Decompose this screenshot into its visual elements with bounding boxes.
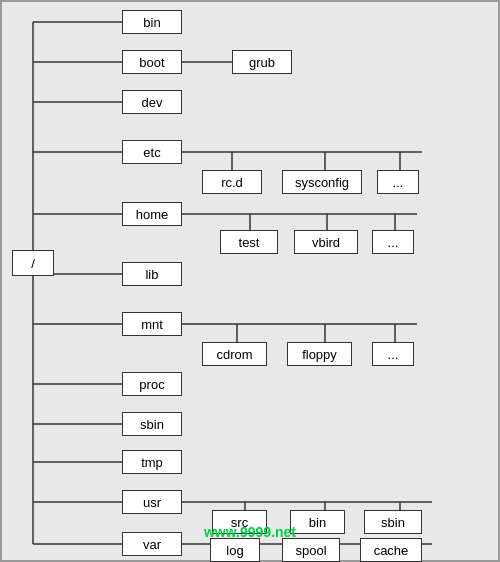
node-sysconfig: sysconfig: [282, 170, 362, 194]
node-varspool: spool: [282, 538, 340, 562]
node-var: var: [122, 532, 182, 556]
node-homedots: ...: [372, 230, 414, 254]
watermark: www.9999.net: [204, 524, 296, 540]
node-rcd: rc.d: [202, 170, 262, 194]
node-proc: proc: [122, 372, 182, 396]
node-sbin: sbin: [122, 412, 182, 436]
node-varlog: log: [210, 538, 260, 562]
node-home: home: [122, 202, 182, 226]
node-lib: lib: [122, 262, 182, 286]
node-etc: etc: [122, 140, 182, 164]
connector-lines: [2, 2, 500, 562]
diagram-container: / bin boot grub dev etc rc.d sysconfig .…: [0, 0, 500, 562]
node-mnt: mnt: [122, 312, 182, 336]
node-dev: dev: [122, 90, 182, 114]
node-varcache: cache: [360, 538, 422, 562]
node-floppy: floppy: [287, 342, 352, 366]
node-usr: usr: [122, 490, 182, 514]
node-etcdots: ...: [377, 170, 419, 194]
node-cdrom: cdrom: [202, 342, 267, 366]
node-grub: grub: [232, 50, 292, 74]
node-vbird: vbird: [294, 230, 358, 254]
node-mntdots: ...: [372, 342, 414, 366]
node-usrsbin: sbin: [364, 510, 422, 534]
node-usrbin: bin: [290, 510, 345, 534]
node-tmp: tmp: [122, 450, 182, 474]
node-root: /: [12, 250, 54, 276]
node-test: test: [220, 230, 278, 254]
node-bin: bin: [122, 10, 182, 34]
node-boot: boot: [122, 50, 182, 74]
